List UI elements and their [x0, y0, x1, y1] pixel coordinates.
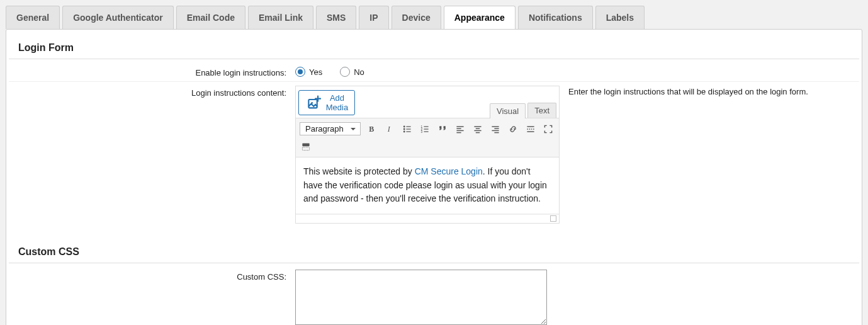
- instructions-content-label: Login instructions content:: [18, 86, 295, 98]
- align-left-button[interactable]: [454, 123, 466, 135]
- instructions-help-text: Enter the login instructions that will b…: [568, 86, 808, 96]
- fullscreen-button[interactable]: [542, 123, 555, 135]
- editor-toolbar: Paragraph B I 123: [296, 118, 559, 157]
- tab-general[interactable]: General: [6, 6, 60, 29]
- section-login-form: Login Form: [9, 42, 859, 59]
- content-text-before: This website is protected by: [303, 166, 415, 176]
- svg-point-6: [403, 131, 405, 132]
- bold-button[interactable]: B: [366, 123, 378, 135]
- enable-no-label: No: [354, 67, 364, 77]
- radio-yes-icon: [295, 67, 305, 77]
- media-icon: [305, 94, 322, 111]
- svg-text:3: 3: [420, 130, 422, 133]
- content-link[interactable]: CM Secure Login: [415, 166, 483, 176]
- tab-google-authenticator[interactable]: Google Authenticator: [62, 6, 174, 29]
- align-right-button[interactable]: [489, 123, 502, 135]
- tab-sms[interactable]: SMS: [316, 6, 356, 29]
- toolbar-toggle-button[interactable]: [300, 140, 312, 153]
- bullet-list-button[interactable]: [401, 123, 414, 135]
- enable-no-option[interactable]: No: [340, 67, 364, 77]
- enable-yes-option[interactable]: Yes: [295, 67, 322, 77]
- link-button[interactable]: [507, 123, 519, 135]
- editor-tab-text[interactable]: Text: [527, 103, 556, 118]
- svg-point-5: [403, 128, 405, 130]
- paragraph-select[interactable]: Paragraph: [300, 122, 361, 135]
- svg-rect-32: [302, 147, 309, 151]
- tab-labels[interactable]: Labels: [595, 6, 645, 29]
- blockquote-button[interactable]: [436, 123, 449, 135]
- align-center-button[interactable]: [471, 123, 484, 135]
- tab-notifications[interactable]: Notifications: [518, 6, 593, 29]
- wysiwyg-editor: Add Media Visual Text Paragraph B I 123: [295, 86, 560, 224]
- custom-css-label: Custom CSS:: [18, 270, 295, 282]
- enable-yes-label: Yes: [309, 67, 322, 77]
- tab-appearance[interactable]: Appearance: [444, 6, 516, 29]
- tab-email-link[interactable]: Email Link: [248, 6, 313, 29]
- svg-text:I: I: [387, 125, 391, 134]
- radio-no-icon: [340, 67, 350, 77]
- enable-instructions-label: Enable login instructions:: [18, 66, 295, 77]
- numbered-list-button[interactable]: 123: [419, 123, 431, 135]
- italic-button[interactable]: I: [383, 123, 396, 135]
- section-custom-css: Custom CSS: [9, 246, 859, 263]
- editor-resize-handle[interactable]: [296, 214, 559, 223]
- read-more-button[interactable]: [524, 123, 537, 135]
- add-media-label: Add Media: [326, 93, 348, 112]
- svg-point-4: [403, 126, 405, 127]
- add-media-button[interactable]: Add Media: [298, 90, 355, 115]
- tab-ip[interactable]: IP: [359, 6, 388, 29]
- tab-email-code[interactable]: Email Code: [176, 6, 245, 29]
- editor-tab-visual[interactable]: Visual: [490, 103, 526, 118]
- editor-content-area[interactable]: This website is protected by CM Secure L…: [296, 157, 559, 214]
- tab-device[interactable]: Device: [392, 6, 441, 29]
- svg-rect-31: [302, 143, 309, 146]
- custom-css-textarea[interactable]: [295, 270, 547, 325]
- svg-text:B: B: [369, 125, 374, 134]
- svg-rect-0: [308, 100, 317, 108]
